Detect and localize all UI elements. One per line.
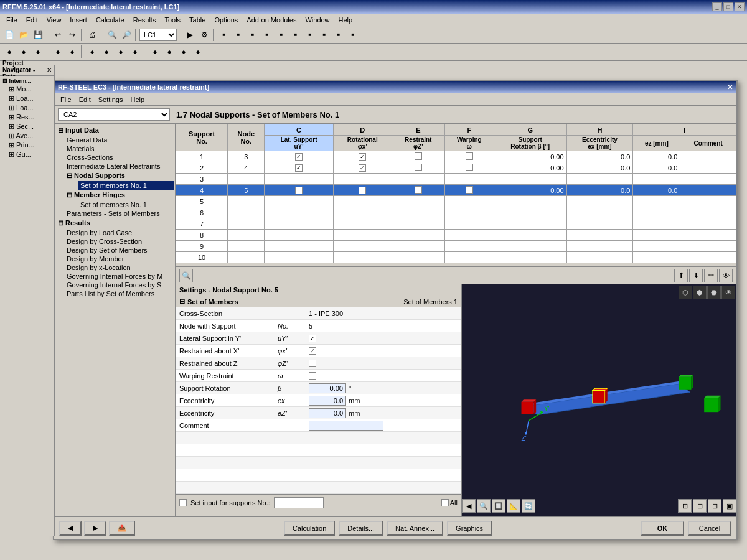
nav-item-prin[interactable]: ⊞ Prin...: [7, 141, 53, 150]
table-row[interactable]: 8: [176, 230, 736, 241]
tb2-b8[interactable]: ◆: [114, 45, 128, 58]
mtree-nodal-set1[interactable]: Set of members No. 1: [78, 181, 174, 190]
mtree-design-member[interactable]: Design by Member: [64, 254, 174, 263]
maximize-btn[interactable]: □: [723, 2, 733, 11]
nav-item-ave[interactable]: ⊞ Ave...: [7, 131, 53, 141]
settings-ez-input[interactable]: [309, 408, 346, 418]
nav-item-mo[interactable]: ⊞ Mo...: [7, 85, 53, 94]
close-btn[interactable]: ✕: [735, 2, 745, 11]
tb-b6[interactable]: ■: [289, 28, 303, 42]
modal-close-btn[interactable]: ✕: [727, 84, 733, 91]
mtree-cross-sections[interactable]: Cross-Sections: [64, 153, 174, 162]
mtree-design-cs[interactable]: Design by Cross-Section: [64, 237, 174, 246]
tb2-b3[interactable]: ◆: [31, 45, 45, 58]
tb-new[interactable]: 📄: [2, 28, 16, 42]
tb2-b12[interactable]: ◆: [177, 45, 190, 58]
menu-options[interactable]: Options: [210, 15, 242, 25]
tbl-btn4[interactable]: 👁: [719, 269, 733, 282]
modal-menu-settings[interactable]: Settings: [95, 95, 127, 105]
menu-view[interactable]: View: [43, 15, 65, 25]
mtree-hinge-set1[interactable]: Set of members No. 1: [78, 200, 174, 209]
nat-annex-btn[interactable]: Nat. Annex...: [387, 521, 443, 536]
g-nav-1[interactable]: ◀: [462, 499, 476, 513]
mtree-design-lc[interactable]: Design by Load Case: [64, 228, 174, 237]
table-row[interactable]: 450.000.00.0: [176, 185, 736, 196]
settings-rotx-checkbox[interactable]: [309, 347, 316, 355]
tb-b4[interactable]: ■: [260, 28, 274, 42]
mtree-general-data[interactable]: General Data: [64, 136, 174, 144]
table-row[interactable]: 10: [176, 252, 736, 263]
graphics-btn[interactable]: Graphics: [447, 521, 492, 536]
g-btn-2[interactable]: ⬢: [693, 286, 707, 299]
menu-help[interactable]: Help: [335, 15, 357, 25]
menu-table[interactable]: Table: [186, 15, 209, 25]
modal-menu-file[interactable]: File: [57, 95, 75, 105]
table-row[interactable]: 9: [176, 241, 736, 252]
mtree-gov-forces-m[interactable]: Governing Internal Forces by M: [64, 272, 174, 281]
table-row[interactable]: 7: [176, 218, 736, 230]
g-nav-2[interactable]: 🔍: [477, 499, 491, 513]
nav-item-res[interactable]: ⊞ Res...: [7, 113, 53, 122]
details-btn[interactable]: Details...: [339, 521, 383, 536]
prev-btn[interactable]: ◀: [59, 521, 82, 536]
table-row[interactable]: 240.000.00.0: [176, 162, 736, 174]
tb2-b6[interactable]: ◆: [85, 45, 99, 58]
tb2-b5[interactable]: ◆: [65, 45, 79, 58]
g-nav-4[interactable]: 📐: [507, 499, 520, 513]
tbl-btn3[interactable]: ✏: [704, 269, 718, 282]
tb2-b7[interactable]: ◆: [100, 45, 113, 58]
minimize-btn[interactable]: _: [712, 2, 722, 11]
tb-run[interactable]: ▶: [183, 28, 197, 42]
tb-open[interactable]: 📂: [17, 28, 31, 42]
tb-zoom-in[interactable]: 🔍: [105, 28, 119, 42]
g-extra-1[interactable]: ⊞: [678, 499, 692, 513]
g-extra-3[interactable]: ⊡: [708, 499, 721, 513]
table-row[interactable]: 130.000.00.0: [176, 151, 736, 162]
mtree-parts-list[interactable]: Parts List by Set of Members: [64, 289, 174, 298]
table-row[interactable]: 5: [176, 196, 736, 207]
mtree-intermediate-lateral[interactable]: Intermediate Lateral Restraints: [64, 162, 174, 170]
tb-settings[interactable]: ⚙: [197, 28, 211, 42]
g-btn-1[interactable]: ⬡: [679, 286, 692, 299]
tb2-b9[interactable]: ◆: [128, 45, 142, 58]
tb2-b4[interactable]: ◆: [51, 45, 65, 58]
settings-beta-input[interactable]: [309, 383, 346, 393]
tb2-b13[interactable]: ◆: [191, 45, 205, 58]
cancel-btn[interactable]: Cancel: [688, 521, 731, 536]
menu-calculate[interactable]: Calculate: [92, 15, 128, 25]
tb2-b10[interactable]: ◆: [148, 45, 162, 58]
menu-addon[interactable]: Add-on Modules: [243, 15, 300, 25]
settings-comment-value[interactable]: [306, 419, 461, 432]
g-nav-3[interactable]: 🔲: [492, 499, 505, 513]
nav-item-loa1[interactable]: ⊞ Loa...: [7, 94, 53, 103]
tb-zoom-out[interactable]: 🔎: [120, 28, 133, 42]
set-input-checkbox[interactable]: [179, 499, 187, 506]
nav-close-btn[interactable]: ✕: [47, 67, 52, 73]
settings-expand-icon[interactable]: ⊟: [179, 297, 185, 306]
export-btn[interactable]: 📤: [109, 521, 135, 536]
all-checkbox[interactable]: [441, 499, 449, 506]
nav-item-loa2[interactable]: ⊞ Loa...: [7, 103, 53, 113]
tb-b5[interactable]: ■: [275, 28, 288, 42]
tb-b10[interactable]: ■: [346, 28, 360, 42]
tbl-btn2[interactable]: ⬇: [689, 269, 703, 282]
tb-b7[interactable]: ■: [303, 28, 317, 42]
next-btn[interactable]: ▶: [84, 521, 106, 536]
tb-undo[interactable]: ↩: [51, 28, 65, 42]
menu-insert[interactable]: Insert: [66, 15, 91, 25]
tb2-b1[interactable]: ◆: [2, 45, 16, 58]
settings-ex-input[interactable]: [309, 396, 346, 406]
tb-redo[interactable]: ↪: [65, 28, 79, 42]
modal-menu-help[interactable]: Help: [126, 95, 148, 105]
g-extra-4[interactable]: ▣: [723, 499, 736, 513]
settings-lateral-checkbox[interactable]: [309, 335, 316, 342]
case-dropdown[interactable]: CA2: [58, 108, 170, 121]
mtree-design-x[interactable]: Design by x-Location: [64, 263, 174, 272]
tb-b3[interactable]: ■: [246, 28, 260, 42]
nav-item-interm[interactable]: ⊟ Interm...: [1, 77, 53, 85]
menu-file[interactable]: File: [2, 15, 21, 25]
g-btn-3[interactable]: ⬣: [707, 286, 721, 299]
mtree-design-set[interactable]: Design by Set of Members: [64, 246, 174, 254]
tb-b1[interactable]: ■: [217, 28, 231, 42]
tbl-filter-btn[interactable]: 🔍: [179, 269, 193, 282]
